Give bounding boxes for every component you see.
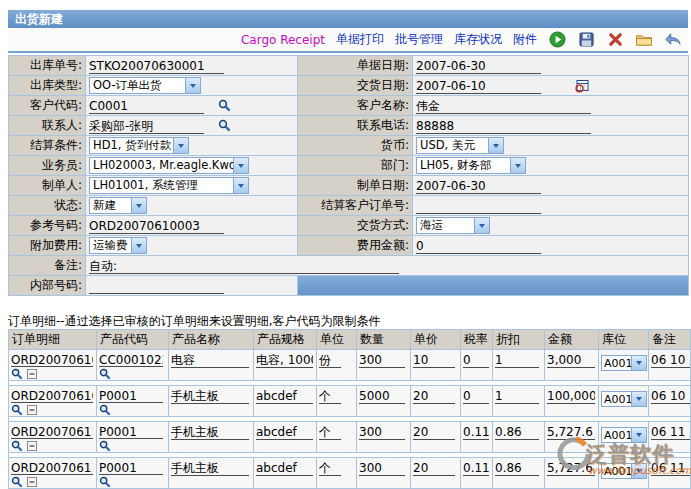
payment-terms-select[interactable]: HD1, 货到付款	[89, 137, 189, 154]
discount-input[interactable]: 1	[495, 388, 539, 404]
product-code-input[interactable]: P0001	[99, 460, 163, 475]
qty-input[interactable]: 300	[359, 424, 405, 440]
spec-input[interactable]: abcdef	[256, 460, 313, 476]
discount-input[interactable]: 0.86	[495, 424, 539, 440]
cargo-receipt-link[interactable]: Cargo Receipt	[241, 33, 325, 47]
department-select[interactable]: LH05, 财务部	[416, 157, 526, 174]
ref-no-input[interactable]: ORD20070610003	[89, 218, 224, 234]
price-input[interactable]: 10	[413, 352, 455, 368]
bin-select[interactable]: A001	[601, 427, 647, 443]
line-remark-input[interactable]: 06 11 20	[651, 424, 691, 440]
doc-maker-select[interactable]: LH01001, 系统管理	[89, 177, 249, 194]
amount-input[interactable]: 5,727.6	[547, 460, 595, 476]
settle-order-no-cell	[413, 196, 689, 216]
discount-input[interactable]: 0.86	[495, 460, 539, 476]
spec-input[interactable]: abcdef	[256, 424, 313, 440]
fee-amount-input[interactable]: 0	[416, 238, 541, 254]
bin-select[interactable]: A001	[601, 463, 647, 479]
salesman-select[interactable]: LH020003, Mr.eagle.Kwok	[89, 157, 249, 174]
lookup-icon[interactable]	[99, 404, 111, 416]
lookup-icon[interactable]	[11, 476, 23, 488]
stock-out-no-input[interactable]: STKO20070630001	[89, 58, 224, 74]
order-detail-input[interactable]: ORD20070610003	[11, 388, 93, 403]
spec-input[interactable]: 电容, 1000pF	[256, 352, 313, 368]
qty-input[interactable]: 300	[359, 352, 405, 368]
print-doc-link[interactable]: 单据打印	[336, 31, 384, 48]
contact-input[interactable]: 采购部-张明	[89, 118, 204, 134]
product-name-input[interactable]: 手机主板	[171, 460, 249, 476]
phone-input[interactable]: 88888	[416, 118, 591, 134]
customer-name-input[interactable]: 伟金	[416, 98, 591, 114]
product-name-input[interactable]: 手机主板	[171, 424, 249, 440]
unit-input[interactable]: 个	[319, 460, 341, 476]
product-code-input[interactable]: P0001	[99, 424, 163, 439]
spec-input[interactable]: abcdef	[256, 388, 313, 404]
collapse-icon[interactable]	[27, 405, 37, 415]
tax-input[interactable]: 0.11	[463, 424, 489, 440]
amount-input[interactable]: 100,000	[547, 388, 595, 404]
product-name-input[interactable]: 手机主板	[171, 388, 249, 404]
bin-select[interactable]: A001	[601, 391, 647, 407]
internal-no-cell	[86, 276, 298, 296]
lookup-icon[interactable]	[218, 119, 231, 132]
lookup-icon[interactable]	[99, 440, 111, 452]
order-detail-input[interactable]: ORD20070611001	[11, 460, 93, 475]
lookup-icon[interactable]	[99, 476, 111, 488]
attachment-link[interactable]: 附件	[513, 31, 537, 48]
remark-input[interactable]: 自动:	[89, 258, 399, 274]
make-date-input[interactable]: 2007-06-30	[416, 178, 541, 194]
save-icon[interactable]	[577, 31, 595, 48]
open-folder-icon[interactable]	[635, 31, 653, 48]
delivery-method-select[interactable]: 海运	[416, 217, 490, 234]
lookup-icon[interactable]	[11, 440, 23, 452]
go-icon[interactable]	[548, 31, 566, 48]
bin-select[interactable]: A001	[601, 355, 647, 371]
collapse-icon[interactable]	[27, 369, 37, 379]
delete-icon[interactable]	[606, 31, 624, 48]
qty-input[interactable]: 5000	[359, 388, 405, 404]
delivery-date-input[interactable]: 2007-06-10	[416, 78, 541, 94]
product-name-input[interactable]: 电容	[171, 352, 249, 368]
product-code-input[interactable]: CC0001023G	[99, 352, 163, 367]
status-select[interactable]: 新建	[89, 197, 147, 214]
order-detail-input[interactable]: ORD20070611001	[11, 424, 93, 439]
price-input[interactable]: 20	[413, 460, 455, 476]
table-row-2-tax: 0	[461, 386, 493, 417]
stock-status-link[interactable]: 库存状况	[454, 31, 502, 48]
tax-input[interactable]: 0.11	[463, 460, 489, 476]
lookup-icon[interactable]	[11, 368, 23, 380]
line-remark-input[interactable]: 06 10 20	[651, 388, 691, 404]
line-remark-input[interactable]: 06 10 20	[651, 352, 691, 368]
line-remark-input[interactable]: 06 11 20	[651, 460, 691, 476]
price-input[interactable]: 20	[413, 388, 455, 404]
lookup-icon[interactable]	[218, 99, 231, 112]
tax-input[interactable]: 0	[463, 388, 489, 404]
department-cell: LH05, 财务部	[413, 156, 689, 176]
price-input[interactable]: 20	[413, 424, 455, 440]
lookup-icon[interactable]	[99, 368, 111, 380]
extra-fee-select[interactable]: 运输费	[89, 237, 147, 254]
settle-order-no-input[interactable]	[416, 198, 541, 214]
calendar-icon[interactable]	[575, 79, 589, 93]
discount-input[interactable]: 1	[495, 352, 539, 368]
internal-no-input[interactable]	[89, 278, 224, 294]
stock-out-type-select[interactable]: OO-订单出货	[89, 77, 201, 94]
doc-date-input[interactable]: 2007-06-30	[416, 58, 541, 74]
product-code-input[interactable]: P0001	[99, 388, 163, 403]
unit-input[interactable]: 份	[319, 352, 341, 368]
amount-input[interactable]: 3,000	[547, 352, 595, 368]
collapse-icon[interactable]	[27, 441, 37, 451]
unit-input[interactable]: 个	[319, 424, 341, 440]
unit-input[interactable]: 个	[319, 388, 341, 404]
collapse-icon[interactable]	[27, 477, 37, 487]
order-detail-input[interactable]: ORD20070610003	[11, 352, 93, 367]
tax-input[interactable]: 0	[463, 352, 489, 368]
amount-input[interactable]: 5,727.6	[547, 424, 595, 440]
col-header-order-detail: 订单明细	[9, 330, 97, 350]
batch-manage-link[interactable]: 批号管理	[395, 31, 443, 48]
qty-input[interactable]: 300	[359, 460, 405, 476]
currency-select[interactable]: USD, 美元	[416, 137, 504, 154]
customer-code-input[interactable]: C0001	[89, 98, 204, 114]
lookup-icon[interactable]	[11, 404, 23, 416]
back-icon[interactable]	[664, 31, 682, 48]
